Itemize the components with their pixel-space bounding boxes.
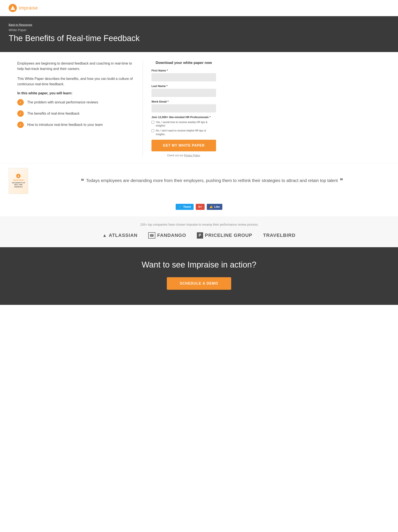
bullet-item: ✓ The benefits of real-time feedback bbox=[17, 110, 134, 117]
get-white-paper-button[interactable]: GET MY WHITE PAPER bbox=[151, 140, 216, 151]
atlassian-icon: ▲ bbox=[103, 233, 107, 238]
last-name-group: Last Name * bbox=[151, 84, 216, 97]
check-icon-2: ✓ bbox=[17, 110, 24, 117]
atlassian-logo: ▲ ATLASSIAN bbox=[103, 233, 137, 238]
learn-heading: In this white paper, you will learn: bbox=[17, 91, 134, 95]
fandango-name: FANDANGO bbox=[157, 233, 186, 238]
first-name-label: First Name * bbox=[151, 69, 216, 72]
privacy-suffix: . bbox=[200, 154, 200, 157]
book-cover-line2: THE BENEFITS OF REAL-TIME FEEDBACK bbox=[11, 182, 26, 188]
gplus-label: G+ bbox=[198, 205, 202, 208]
gplus-button[interactable]: G+ bbox=[196, 204, 205, 210]
priceline-logo: P Priceline Group bbox=[197, 232, 252, 239]
left-column: Employees are beginning to demand feedba… bbox=[17, 61, 134, 128]
fandango-logo: 🎟 FANDANGO bbox=[148, 232, 186, 239]
hero-label: White Paper bbox=[9, 28, 389, 32]
checkbox-no[interactable] bbox=[151, 129, 154, 132]
main-content: Employees are beginning to demand feedba… bbox=[9, 52, 225, 164]
bullet-list: ✓ The problem with annual performance re… bbox=[17, 99, 134, 128]
svg-marker-2 bbox=[18, 175, 19, 176]
checkbox-no-label: No, I don't want to receive helpful HR t… bbox=[156, 129, 216, 136]
travelbird-logo: TravelBird bbox=[263, 233, 295, 238]
quote-mark-open: ❝ bbox=[81, 177, 84, 184]
priceline-name: Priceline Group bbox=[205, 233, 252, 238]
checkbox-yes-label: Yes, I would love to receive weekly HR t… bbox=[156, 120, 216, 128]
bullet-text-2: The benefits of real-time feedback bbox=[27, 112, 79, 115]
schedule-demo-button[interactable]: SCHEDULE A DEMO bbox=[167, 277, 231, 290]
description-para1: Employees are beginning to demand feedba… bbox=[17, 61, 134, 72]
email-group: Work Email * bbox=[151, 100, 216, 113]
quote-mark-close: ❞ bbox=[340, 177, 343, 184]
atlassian-name: ATLASSIAN bbox=[109, 233, 137, 238]
priceline-icon: P bbox=[197, 232, 203, 239]
form-title: Download your white paper now bbox=[151, 61, 216, 65]
thumbs-up-icon: 👍 bbox=[209, 205, 213, 208]
cta-title: Want to see Impraise in action? bbox=[9, 260, 389, 269]
quote-section: WHITE PAPER THE BENEFITS OF REAL-TIME FE… bbox=[0, 164, 398, 200]
last-name-input[interactable] bbox=[151, 89, 216, 97]
checkbox-heading: Join 12,000+ like-minded HR Professional… bbox=[151, 115, 216, 119]
first-name-input[interactable] bbox=[151, 73, 216, 81]
bullet-item: ✓ The problem with annual performance re… bbox=[17, 99, 134, 106]
logos-tagline: 150+ top companies have chosen Impraise … bbox=[9, 223, 389, 226]
hero-title: The Benefits of Real-time Feedback bbox=[9, 33, 389, 43]
tweet-button[interactable]: 🐦 Tweet bbox=[176, 204, 194, 210]
main-content-wrapper: Employees are beginning to demand feedba… bbox=[0, 52, 398, 164]
check-icon-1: ✓ bbox=[17, 99, 24, 106]
first-name-group: First Name * bbox=[151, 69, 216, 81]
back-to-resources-link[interactable]: Back to Resources bbox=[9, 23, 32, 26]
site-header: impraise bbox=[0, 0, 398, 16]
hero-section: Back to Resources White Paper The Benefi… bbox=[0, 16, 398, 52]
email-label: Work Email * bbox=[151, 100, 216, 103]
book-cover-line1: WHITE PAPER bbox=[13, 179, 24, 181]
quote-wrap: ❝ Todays employees are demanding more fr… bbox=[35, 176, 389, 185]
social-buttons: 🐦 Tweet G+ 👍 Like bbox=[0, 200, 398, 216]
last-name-label: Last Name * bbox=[151, 84, 216, 88]
twitter-icon: 🐦 bbox=[178, 205, 182, 209]
travelbird-name: TravelBird bbox=[263, 233, 295, 238]
logo[interactable]: impraise bbox=[9, 4, 38, 12]
tweet-label: Tweet bbox=[183, 205, 191, 208]
cta-section: Want to see Impraise in action? SCHEDULE… bbox=[0, 247, 398, 305]
right-column-form: Download your white paper now First Name… bbox=[143, 61, 216, 157]
bullet-text-1: The problem with annual performance revi… bbox=[27, 100, 98, 104]
fandango-icon: 🎟 bbox=[148, 232, 155, 239]
checkbox-item-no[interactable]: No, I don't want to receive helpful HR t… bbox=[151, 129, 216, 136]
checkbox-item-yes[interactable]: Yes, I would love to receive weekly HR t… bbox=[151, 120, 216, 128]
logo-text: impraise bbox=[19, 5, 38, 11]
email-input[interactable] bbox=[151, 104, 216, 113]
bullet-item: ✓ How to introduce real-time feedback to… bbox=[17, 121, 134, 128]
logos-section: 150+ top companies have chosen Impraise … bbox=[0, 216, 398, 247]
privacy-prefix: Check out our bbox=[167, 154, 184, 157]
checkbox-yes[interactable] bbox=[151, 121, 154, 124]
hr-checkbox-group: Join 12,000+ like-minded HR Professional… bbox=[151, 115, 216, 136]
book-cover: WHITE PAPER THE BENEFITS OF REAL-TIME FE… bbox=[9, 168, 28, 194]
facebook-like-button[interactable]: 👍 Like bbox=[207, 204, 222, 210]
logos-row: ▲ ATLASSIAN 🎟 FANDANGO P Priceline Group… bbox=[9, 232, 389, 239]
quote-text: ❝ Todays employees are demanding more fr… bbox=[35, 176, 389, 185]
privacy-policy-link[interactable]: Privacy Policy bbox=[184, 154, 200, 157]
privacy-text: Check out our Privacy Policy. bbox=[151, 154, 216, 157]
description-para2: This White Paper describes the benefits,… bbox=[17, 76, 134, 87]
impraise-logo-icon bbox=[9, 4, 17, 12]
like-label: Like bbox=[214, 205, 220, 208]
quote-content: Todays employees are demanding more from… bbox=[86, 178, 338, 183]
bullet-text-3: How to introduce real-time feedback to y… bbox=[27, 123, 103, 127]
check-icon-3: ✓ bbox=[17, 121, 24, 128]
